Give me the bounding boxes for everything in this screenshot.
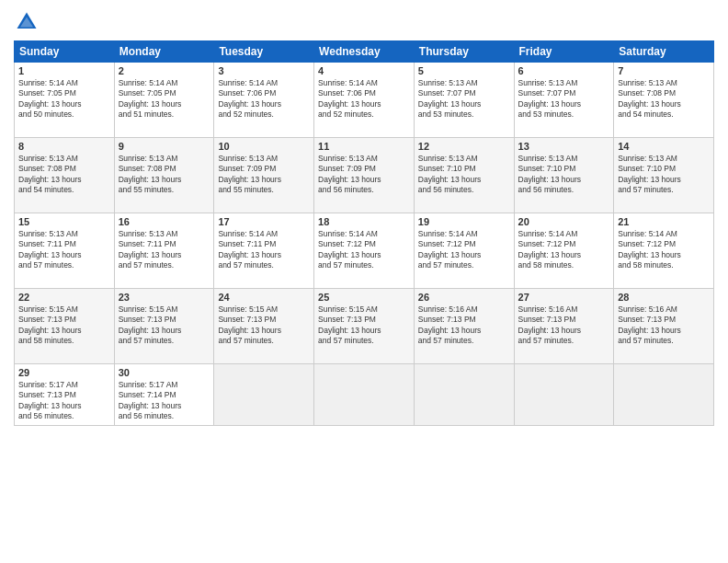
logo	[14, 9, 43, 35]
day-info: Sunrise: 5:15 AM Sunset: 7:13 PM Dayligh…	[318, 304, 410, 347]
day-info: Sunrise: 5:13 AM Sunset: 7:11 PM Dayligh…	[119, 229, 210, 271]
calendar-cell: 13Sunrise: 5:13 AM Sunset: 7:10 PM Dayli…	[514, 138, 614, 213]
day-info: Sunrise: 5:14 AM Sunset: 7:12 PM Dayligh…	[618, 229, 710, 271]
col-header-tuesday: Tuesday	[214, 41, 314, 63]
day-info: Sunrise: 5:13 AM Sunset: 7:07 PM Dayligh…	[518, 78, 610, 121]
calendar-cell: 5Sunrise: 5:13 AM Sunset: 7:07 PM Daylig…	[414, 63, 514, 138]
calendar-cell	[214, 364, 314, 426]
day-number: 13	[518, 141, 610, 152]
day-number: 4	[318, 65, 410, 76]
day-number: 27	[518, 292, 610, 303]
calendar-cell: 12Sunrise: 5:13 AM Sunset: 7:10 PM Dayli…	[414, 138, 514, 213]
day-number: 9	[119, 141, 210, 152]
day-info: Sunrise: 5:13 AM Sunset: 7:09 PM Dayligh…	[318, 154, 410, 196]
day-info: Sunrise: 5:13 AM Sunset: 7:11 PM Dayligh…	[18, 229, 110, 271]
day-info: Sunrise: 5:13 AM Sunset: 7:08 PM Dayligh…	[119, 154, 210, 196]
day-number: 29	[18, 367, 110, 378]
day-number: 7	[618, 65, 710, 76]
day-number: 23	[119, 292, 210, 303]
calendar-cell: 29Sunrise: 5:17 AM Sunset: 7:13 PM Dayli…	[15, 364, 115, 426]
day-info: Sunrise: 5:13 AM Sunset: 7:10 PM Dayligh…	[618, 154, 710, 196]
day-number: 3	[218, 65, 310, 76]
day-number: 20	[518, 216, 610, 227]
col-header-sunday: Sunday	[15, 41, 115, 63]
calendar-cell	[414, 364, 514, 426]
col-header-wednesday: Wednesday	[314, 41, 415, 63]
day-info: Sunrise: 5:13 AM Sunset: 7:10 PM Dayligh…	[418, 154, 510, 196]
day-info: Sunrise: 5:16 AM Sunset: 7:13 PM Dayligh…	[418, 304, 510, 347]
calendar-cell	[614, 364, 714, 426]
day-number: 21	[618, 216, 710, 227]
day-number: 12	[418, 141, 510, 152]
day-number: 8	[18, 141, 110, 152]
day-info: Sunrise: 5:16 AM Sunset: 7:13 PM Dayligh…	[518, 304, 610, 347]
day-number: 30	[119, 367, 210, 378]
calendar-cell: 11Sunrise: 5:13 AM Sunset: 7:09 PM Dayli…	[314, 138, 415, 213]
day-info: Sunrise: 5:13 AM Sunset: 7:08 PM Dayligh…	[18, 154, 110, 196]
header-row: SundayMondayTuesdayWednesdayThursdayFrid…	[15, 41, 714, 63]
calendar-cell: 25Sunrise: 5:15 AM Sunset: 7:13 PM Dayli…	[314, 289, 415, 364]
day-info: Sunrise: 5:13 AM Sunset: 7:10 PM Dayligh…	[518, 154, 610, 196]
calendar-cell: 3Sunrise: 5:14 AM Sunset: 7:06 PM Daylig…	[214, 63, 314, 138]
day-number: 11	[318, 141, 410, 152]
calendar-cell: 19Sunrise: 5:14 AM Sunset: 7:12 PM Dayli…	[414, 213, 514, 289]
day-info: Sunrise: 5:14 AM Sunset: 7:11 PM Dayligh…	[218, 229, 310, 271]
calendar-cell: 20Sunrise: 5:14 AM Sunset: 7:12 PM Dayli…	[514, 213, 614, 289]
day-info: Sunrise: 5:14 AM Sunset: 7:05 PM Dayligh…	[18, 78, 110, 121]
calendar-cell: 27Sunrise: 5:16 AM Sunset: 7:13 PM Dayli…	[514, 289, 614, 364]
day-number: 10	[218, 141, 310, 152]
day-info: Sunrise: 5:15 AM Sunset: 7:13 PM Dayligh…	[119, 304, 210, 347]
calendar-cell: 22Sunrise: 5:15 AM Sunset: 7:13 PM Dayli…	[15, 289, 115, 364]
day-info: Sunrise: 5:14 AM Sunset: 7:12 PM Dayligh…	[318, 229, 410, 271]
calendar-cell: 10Sunrise: 5:13 AM Sunset: 7:09 PM Dayli…	[214, 138, 314, 213]
calendar-cell: 21Sunrise: 5:14 AM Sunset: 7:12 PM Dayli…	[614, 213, 714, 289]
day-info: Sunrise: 5:16 AM Sunset: 7:13 PM Dayligh…	[618, 304, 710, 347]
header	[14, 9, 714, 35]
day-number: 24	[218, 292, 310, 303]
day-info: Sunrise: 5:13 AM Sunset: 7:08 PM Dayligh…	[618, 78, 710, 121]
calendar-cell: 7Sunrise: 5:13 AM Sunset: 7:08 PM Daylig…	[614, 63, 714, 138]
day-number: 17	[218, 216, 310, 227]
day-number: 14	[618, 141, 710, 152]
day-info: Sunrise: 5:14 AM Sunset: 7:06 PM Dayligh…	[218, 78, 310, 121]
calendar-cell: 16Sunrise: 5:13 AM Sunset: 7:11 PM Dayli…	[114, 213, 214, 289]
calendar-cell: 28Sunrise: 5:16 AM Sunset: 7:13 PM Dayli…	[614, 289, 714, 364]
day-number: 26	[418, 292, 510, 303]
calendar-cell: 23Sunrise: 5:15 AM Sunset: 7:13 PM Dayli…	[114, 289, 214, 364]
day-info: Sunrise: 5:14 AM Sunset: 7:12 PM Dayligh…	[418, 229, 510, 271]
calendar-cell: 24Sunrise: 5:15 AM Sunset: 7:13 PM Dayli…	[214, 289, 314, 364]
page: SundayMondayTuesdayWednesdayThursdayFrid…	[0, 0, 728, 563]
calendar-cell: 14Sunrise: 5:13 AM Sunset: 7:10 PM Dayli…	[614, 138, 714, 213]
day-number: 5	[418, 65, 510, 76]
calendar-cell: 17Sunrise: 5:14 AM Sunset: 7:11 PM Dayli…	[214, 213, 314, 289]
day-info: Sunrise: 5:17 AM Sunset: 7:14 PM Dayligh…	[119, 380, 210, 422]
day-number: 28	[618, 292, 710, 303]
day-number: 1	[18, 65, 110, 76]
calendar: SundayMondayTuesdayWednesdayThursdayFrid…	[14, 40, 714, 426]
calendar-cell: 18Sunrise: 5:14 AM Sunset: 7:12 PM Dayli…	[314, 213, 415, 289]
day-number: 25	[318, 292, 410, 303]
day-number: 15	[18, 216, 110, 227]
day-info: Sunrise: 5:14 AM Sunset: 7:12 PM Dayligh…	[518, 229, 610, 271]
calendar-cell: 30Sunrise: 5:17 AM Sunset: 7:14 PM Dayli…	[114, 364, 214, 426]
calendar-cell: 2Sunrise: 5:14 AM Sunset: 7:05 PM Daylig…	[114, 63, 214, 138]
day-number: 2	[119, 65, 210, 76]
day-number: 22	[18, 292, 110, 303]
calendar-cell	[314, 364, 415, 426]
day-info: Sunrise: 5:13 AM Sunset: 7:07 PM Dayligh…	[418, 78, 510, 121]
day-info: Sunrise: 5:15 AM Sunset: 7:13 PM Dayligh…	[218, 304, 310, 347]
calendar-cell	[514, 364, 614, 426]
col-header-friday: Friday	[514, 41, 614, 63]
calendar-cell: 26Sunrise: 5:16 AM Sunset: 7:13 PM Dayli…	[414, 289, 514, 364]
day-number: 16	[119, 216, 210, 227]
calendar-cell: 9Sunrise: 5:13 AM Sunset: 7:08 PM Daylig…	[114, 138, 214, 213]
col-header-saturday: Saturday	[614, 41, 714, 63]
day-number: 6	[518, 65, 610, 76]
day-number: 19	[418, 216, 510, 227]
calendar-cell: 8Sunrise: 5:13 AM Sunset: 7:08 PM Daylig…	[15, 138, 115, 213]
logo-icon	[14, 9, 40, 35]
calendar-cell: 4Sunrise: 5:14 AM Sunset: 7:06 PM Daylig…	[314, 63, 415, 138]
col-header-monday: Monday	[114, 41, 214, 63]
day-info: Sunrise: 5:17 AM Sunset: 7:13 PM Dayligh…	[18, 380, 110, 422]
calendar-cell: 6Sunrise: 5:13 AM Sunset: 7:07 PM Daylig…	[514, 63, 614, 138]
